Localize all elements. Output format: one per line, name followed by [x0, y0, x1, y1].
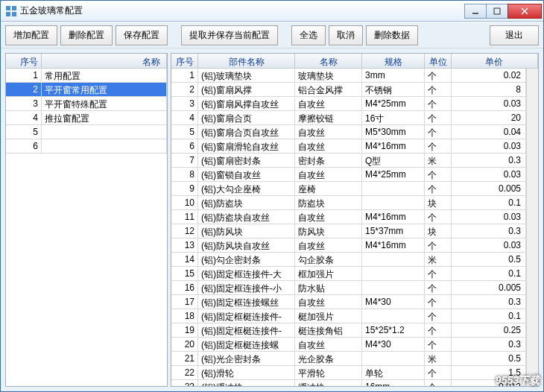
- cell-name: 自攻丝: [295, 168, 362, 181]
- maximize-button[interactable]: [486, 4, 508, 19]
- cell-price: 1.5: [452, 366, 526, 379]
- config-list-panel: 序号 名称 1常用配置2平开窗常用配置3平开窗特殊配置4推拉窗配置56: [5, 53, 168, 387]
- cell-spec: 16mm: [362, 380, 425, 386]
- cell-spec: M4*16mm: [362, 238, 425, 252]
- cell-part: (铝)缓冲块: [198, 380, 295, 386]
- cell-spec: 15*37mm: [362, 224, 425, 238]
- delete-config-button[interactable]: 删除配置: [60, 25, 113, 45]
- cell-name: 防水贴: [295, 281, 362, 294]
- window-title: 五金玻璃常配置: [20, 4, 465, 17]
- minimize-button[interactable]: [464, 4, 487, 19]
- cell-unit: 个: [425, 139, 452, 153]
- delete-data-button[interactable]: 删除数据: [366, 25, 418, 45]
- cell-part: (铝)大勾企座椅: [198, 182, 295, 195]
- cell-spec: M5*30mm: [362, 125, 425, 139]
- detail-row[interactable]: 2(铝)窗扇风撑铝合金风撑不锈钢个8: [171, 83, 526, 97]
- cell-name: 自攻丝: [295, 210, 362, 224]
- cell-price: 0.5: [452, 352, 526, 365]
- cell-unit: 个: [425, 295, 452, 309]
- cell-price: 20: [452, 111, 526, 124]
- detail-row[interactable]: 18(铝)固定框梃连接件-梃加强片个0.1: [171, 309, 526, 323]
- config-list-header: 序号 名称: [6, 54, 167, 69]
- cell-name: 自攻丝: [295, 125, 362, 139]
- cell-seq: 6: [171, 139, 198, 153]
- cell-price: 0.3: [452, 338, 526, 351]
- detail-row[interactable]: 23(铝)缓冲块缓冲块16mm个0.012: [171, 380, 526, 386]
- select-all-button[interactable]: 全选: [291, 25, 326, 45]
- cell-name: [42, 125, 167, 139]
- cell-price: 0.3: [452, 295, 526, 309]
- config-row[interactable]: 3平开窗特殊配置: [6, 97, 167, 111]
- cell-seq: 1: [6, 69, 42, 82]
- svg-rect-5: [494, 8, 500, 14]
- detail-row[interactable]: 14(铝)勾企密封条勾企胶条米0.5: [171, 253, 526, 267]
- titlebar: 五金玻璃常配置: [1, 1, 543, 22]
- cell-unit: 个: [425, 83, 452, 96]
- detail-row[interactable]: 20(铝)固定框梃连接螺自攻丝M4*30个0.3: [171, 338, 526, 352]
- vertical-scrollbar[interactable]: [526, 69, 538, 386]
- cell-price: 0.03: [452, 210, 526, 224]
- detail-row[interactable]: 3(铝)窗扇风撑自攻丝自攻丝M4*25mm个0.03: [171, 97, 526, 111]
- svg-rect-3: [12, 12, 16, 16]
- cell-unit: 米: [425, 154, 452, 167]
- close-button[interactable]: [507, 4, 542, 19]
- cell-spec: Q型: [362, 154, 425, 167]
- save-config-button[interactable]: 保存配置: [116, 25, 168, 45]
- cell-part: (铝)防风块: [198, 224, 295, 238]
- cell-part: (铝)窗扇合页自攻丝: [198, 125, 295, 139]
- extract-save-button[interactable]: 提取并保存当前配置: [181, 25, 278, 45]
- detail-body[interactable]: 1(铝)玻璃垫块玻璃垫块3mm个0.022(铝)窗扇风撑铝合金风撑不锈钢个83(…: [171, 69, 526, 386]
- col-part: 部件名称: [198, 54, 295, 68]
- cell-unit: 个: [425, 69, 452, 82]
- config-row[interactable]: 2平开窗常用配置: [6, 83, 167, 97]
- app-icon: [5, 5, 17, 17]
- cell-part: (铝)固定框梃连接螺: [198, 338, 295, 351]
- cell-unit: 个: [425, 111, 452, 124]
- detail-row[interactable]: 19(铝)固定框梃连接件-梃连接角铝15*25*1.2个0.25: [171, 323, 526, 338]
- config-row[interactable]: 4推拉窗配置: [6, 111, 167, 125]
- detail-row[interactable]: 9(铝)大勾企座椅座椅个0.005: [171, 182, 526, 196]
- config-list-body[interactable]: 1常用配置2平开窗常用配置3平开窗特殊配置4推拉窗配置56: [6, 69, 167, 386]
- add-config-button[interactable]: 增加配置: [5, 25, 57, 45]
- cell-part: (铝)固定框连接螺丝: [198, 295, 295, 309]
- detail-row[interactable]: 10(铝)防盗块防盗块块0.1: [171, 196, 526, 210]
- cell-part: (铝)窗扇密封条: [198, 154, 295, 167]
- detail-row[interactable]: 22(铝)滑轮平滑轮单轮个1.5: [171, 366, 526, 380]
- detail-row[interactable]: 12(铝)防风块防风块15*37mm块0.3: [171, 224, 526, 238]
- cell-seq: 19: [171, 323, 198, 337]
- cell-seq: 10: [171, 196, 198, 209]
- detail-row[interactable]: 1(铝)玻璃垫块玻璃垫块3mm个0.02: [171, 69, 526, 83]
- exit-button[interactable]: 退出: [490, 25, 539, 45]
- detail-row[interactable]: 8(铝)窗锁自攻丝自攻丝M4*25mm个0.03: [171, 168, 526, 182]
- cell-spec: M4*30: [362, 338, 425, 351]
- cell-seq: 14: [171, 253, 198, 266]
- detail-row[interactable]: 17(铝)固定框连接螺丝自攻丝M4*30个0.3: [171, 295, 526, 309]
- cell-part: (铝)滑轮: [198, 366, 295, 379]
- cell-part: (铝)防盗块自攻丝: [198, 210, 295, 224]
- col-name: 名称: [295, 54, 362, 68]
- config-row[interactable]: 5: [6, 125, 167, 139]
- cell-part: (铝)勾企密封条: [198, 253, 295, 266]
- detail-row[interactable]: 16(铝)固定框连接件-小防水贴个0.005: [171, 281, 526, 295]
- cell-seq: 16: [171, 281, 198, 294]
- detail-row[interactable]: 7(铝)窗扇密封条密封条Q型米0.3: [171, 154, 526, 168]
- detail-row[interactable]: 11(铝)防盗块自攻丝自攻丝M4*16mm个0.03: [171, 210, 526, 224]
- detail-row[interactable]: 5(铝)窗扇合页自攻丝自攻丝M5*30mm个0.04: [171, 125, 526, 139]
- detail-row[interactable]: 21(铝)光企密封条光企胶条米0.5: [171, 352, 526, 366]
- cell-seq: 20: [171, 338, 198, 351]
- cancel-button[interactable]: 取消: [329, 25, 363, 45]
- cell-seq: 22: [171, 366, 198, 379]
- svg-rect-2: [6, 12, 10, 16]
- detail-row[interactable]: 6(铝)窗扇滑轮自攻丝自攻丝M4*16mm个0.03: [171, 139, 526, 154]
- detail-row[interactable]: 4(铝)窗扇合页摩擦铰链16寸个20: [171, 111, 526, 125]
- cell-name: 铝合金风撑: [295, 83, 362, 96]
- col-name: 名称: [42, 54, 167, 68]
- cell-unit: 米: [425, 253, 452, 266]
- detail-row[interactable]: 15(铝)固定框连接件-大框加强片个0.1: [171, 267, 526, 281]
- cell-unit: 个: [425, 238, 452, 252]
- toolbar: 增加配置 删除配置 保存配置 提取并保存当前配置 全选 取消 删除数据 退出: [1, 22, 543, 48]
- config-row[interactable]: 6: [6, 139, 167, 154]
- config-row[interactable]: 1常用配置: [6, 69, 167, 83]
- cell-part: (铝)固定框梃连接件-: [198, 323, 295, 337]
- detail-row[interactable]: 13(铝)防风块自攻丝自攻丝M4*16mm个0.03: [171, 238, 526, 253]
